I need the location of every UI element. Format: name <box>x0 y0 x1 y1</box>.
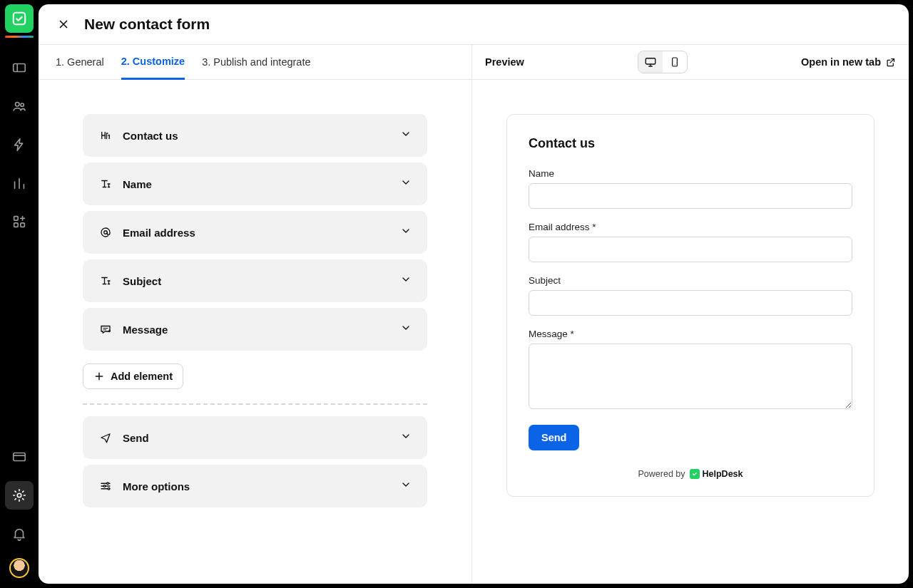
device-mobile-button[interactable] <box>663 51 687 73</box>
open-in-new-tab-button[interactable]: Open in new tab <box>801 56 896 68</box>
chevron-down-icon <box>400 177 412 191</box>
open-in-new-tab-label: Open in new tab <box>801 56 881 68</box>
preview-form-title: Contact us <box>529 136 852 151</box>
send-button-label: Send <box>541 432 566 443</box>
sliders-icon <box>98 479 113 493</box>
sidebar-item-reports[interactable] <box>5 169 34 197</box>
svg-point-14 <box>103 485 106 488</box>
tab-customize[interactable]: 2. Customize <box>121 45 185 80</box>
element-label: Email address <box>123 227 390 239</box>
element-more-options[interactable]: More options <box>83 465 427 507</box>
phone-icon <box>669 56 680 68</box>
device-desktop-button[interactable] <box>638 51 663 73</box>
sidebar-item-billing[interactable] <box>5 443 34 471</box>
sidebar-item-automations[interactable] <box>5 130 34 159</box>
card-icon <box>11 449 27 465</box>
element-label: Subject <box>123 275 390 287</box>
element-label: Name <box>123 178 390 190</box>
step-tabs: 1. General 2. Customize 3. Publish and i… <box>39 45 472 79</box>
preview-card: Contact us Name Email address * Subject … <box>506 114 874 497</box>
tab-general[interactable]: 1. General <box>56 46 104 78</box>
subject-input[interactable] <box>529 290 852 316</box>
element-subject[interactable]: Subject <box>83 259 427 302</box>
text-icon <box>98 274 113 288</box>
app-logo[interactable] <box>5 4 34 33</box>
element-label: More options <box>123 480 390 492</box>
sidebar-item-apps[interactable] <box>5 207 34 236</box>
chevron-down-icon <box>400 430 412 445</box>
at-icon <box>98 225 113 239</box>
chevron-down-icon <box>400 274 412 288</box>
element-message[interactable]: Message <box>83 308 427 351</box>
element-label: Contact us <box>123 130 390 142</box>
svg-rect-5 <box>14 223 19 227</box>
element-email[interactable]: Email address <box>83 211 427 254</box>
name-input[interactable] <box>529 183 852 209</box>
titlebar: New contact form <box>39 4 909 44</box>
add-element-button[interactable]: Add element <box>83 363 183 389</box>
svg-rect-7 <box>14 453 26 461</box>
brand-check-icon <box>690 469 700 479</box>
sidebar-item-tickets[interactable] <box>5 53 34 82</box>
close-button[interactable] <box>56 16 71 32</box>
brand-name: HelpDesk <box>703 469 743 479</box>
message-input[interactable] <box>529 344 852 409</box>
external-link-icon <box>885 57 896 68</box>
people-icon <box>11 98 27 114</box>
svg-rect-9 <box>646 58 656 64</box>
chevron-down-icon <box>400 225 412 239</box>
element-contact-us[interactable]: Contact us <box>83 114 427 157</box>
svg-point-3 <box>21 103 24 106</box>
chevron-down-icon <box>400 322 412 336</box>
add-element-label: Add element <box>111 371 173 382</box>
subject-label: Subject <box>529 275 852 286</box>
powered-by-text: Powered by <box>638 469 685 479</box>
close-icon <box>57 18 70 31</box>
svg-point-8 <box>17 493 21 497</box>
svg-rect-1 <box>14 64 26 72</box>
message-label: Message * <box>529 329 852 339</box>
user-avatar[interactable] <box>9 558 29 578</box>
element-send[interactable]: Send <box>83 416 427 459</box>
sidebar-item-notifications[interactable] <box>5 520 34 548</box>
send-icon <box>98 430 113 445</box>
checkbox-icon <box>11 11 27 26</box>
section-divider <box>83 403 427 405</box>
heading-icon <box>98 128 113 143</box>
preview-pane: Contact us Name Email address * Subject … <box>472 80 909 584</box>
svg-rect-6 <box>21 223 25 227</box>
svg-point-12 <box>104 231 108 234</box>
chevron-down-icon <box>400 128 412 143</box>
svg-rect-0 <box>14 13 26 25</box>
email-input[interactable] <box>529 237 852 262</box>
app-sidebar <box>0 0 39 588</box>
email-label: Email address * <box>529 222 852 232</box>
helpdesk-brand[interactable]: HelpDesk <box>690 469 743 479</box>
plus-icon <box>93 371 105 382</box>
bell-icon <box>11 526 27 542</box>
sidebar-item-settings[interactable] <box>5 481 34 510</box>
svg-point-13 <box>107 483 109 485</box>
text-icon <box>98 177 113 191</box>
svg-point-11 <box>674 64 675 65</box>
sidebar-item-people[interactable] <box>5 92 34 120</box>
message-icon <box>98 322 113 336</box>
tab-publish[interactable]: 3. Publish and integrate <box>202 46 310 78</box>
monitor-icon <box>644 56 657 68</box>
chart-icon <box>11 175 27 191</box>
gear-icon <box>11 488 27 503</box>
page-title: New contact form <box>84 16 210 33</box>
preview-label: Preview <box>485 56 524 68</box>
powered-by: Powered by HelpDesk <box>529 469 852 479</box>
svg-point-15 <box>108 488 110 490</box>
svg-rect-4 <box>14 217 19 221</box>
element-name[interactable]: Name <box>83 163 427 205</box>
customize-elements-pane: Contact us Name Email address <box>39 80 472 584</box>
device-toggle <box>638 51 688 73</box>
send-button[interactable]: Send <box>529 425 579 450</box>
subheader: 1. General 2. Customize 3. Publish and i… <box>39 44 909 80</box>
bolt-icon <box>11 137 27 153</box>
preview-controls: Preview Open in new tab <box>472 45 909 79</box>
element-label: Send <box>123 432 390 444</box>
chevron-down-icon <box>400 479 412 493</box>
